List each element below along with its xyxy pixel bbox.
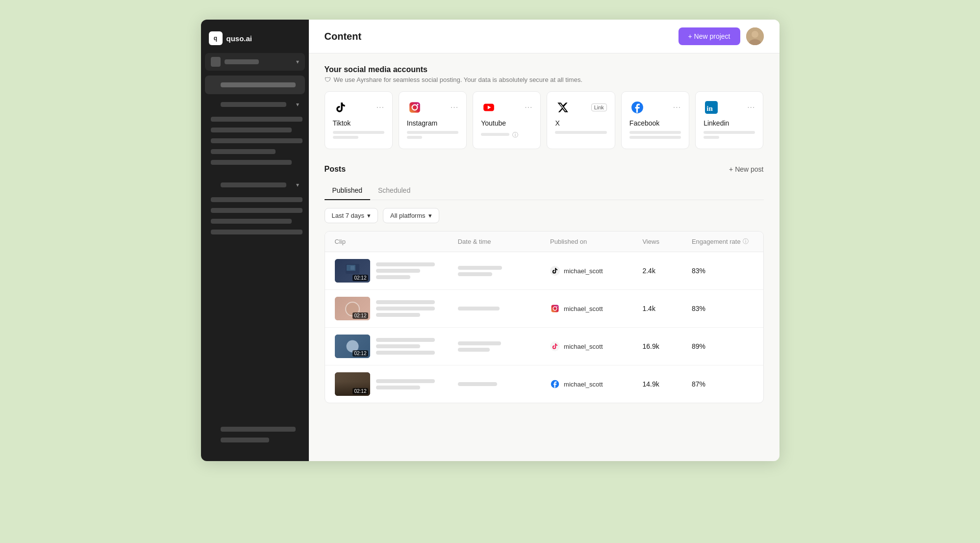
logo-text: quso.ai (226, 34, 252, 43)
username-4: michael_scott (564, 381, 603, 388)
clip-duration-2: 02:12 (352, 312, 368, 319)
tiktok-icon (333, 100, 349, 115)
social-accounts-grid: ··· Tiktok (325, 91, 764, 149)
svg-rect-3 (409, 102, 420, 113)
sidebar: q quso.ai ▾ ▾ ▾ (201, 20, 309, 461)
linkedin-icon: in (704, 100, 719, 115)
username-1: michael_scott (564, 267, 603, 275)
youtube-card-header: ··· (481, 100, 532, 115)
chevron-down-icon: ▾ (296, 58, 299, 65)
posts-section: Posts + New post Published Scheduled Las… (325, 165, 764, 403)
tiktok-bar-1 (333, 131, 384, 134)
tab-scheduled[interactable]: Scheduled (370, 181, 418, 200)
linkedin-name: Linkedin (704, 119, 755, 127)
sidebar-bottom (201, 416, 309, 453)
clip-cell-4: 02:12 (335, 372, 458, 396)
sidebar-section-2-header[interactable]: ▾ (201, 176, 309, 194)
sidebar-item-2 (211, 128, 292, 132)
col-header-views: Views (642, 237, 691, 246)
logo-icon: q (209, 31, 223, 45)
svg-point-16 (556, 306, 557, 307)
filter-date-chevron-icon: ▾ (367, 212, 371, 219)
facebook-icon (629, 100, 645, 115)
facebook-menu-icon[interactable]: ··· (673, 103, 681, 112)
social-card-youtube: ··· Youtube ⓘ (473, 91, 541, 149)
header-right: + New project (678, 27, 764, 45)
svg-rect-13 (351, 266, 354, 270)
col-header-datetime: Date & time (458, 237, 550, 246)
posts-tabs: Published Scheduled (325, 181, 764, 200)
filter-platforms-chevron-icon: ▾ (428, 212, 432, 219)
filter-platforms-label: All platforms (390, 212, 426, 219)
engagement-cell-2: 83% (692, 305, 754, 312)
social-card-instagram: ··· Instagram (399, 91, 467, 149)
clip-thumbnail-3: 02:12 (335, 335, 370, 358)
tiktok-menu-icon[interactable]: ··· (376, 103, 384, 112)
sidebar-chevron-2-icon: ▾ (296, 181, 299, 188)
page-title: Content (325, 31, 362, 42)
views-cell-4: 14.9k (642, 380, 691, 388)
posts-section-header: Posts + New post (325, 165, 764, 174)
filter-platforms[interactable]: All platforms ▾ (383, 208, 439, 223)
sidebar-section-2-label (221, 182, 286, 187)
content-area: Your social media accounts 🛡 We use Ayrs… (309, 53, 779, 415)
engagement-cell-4: 87% (692, 380, 754, 388)
tiktok-platform-icon-1 (550, 266, 560, 276)
published-on-cell-2: michael_scott (550, 304, 642, 313)
clip-text-2 (376, 300, 435, 317)
main-content: Content + New project Your social media … (309, 20, 779, 461)
sidebar-bottom-item-2 (221, 438, 269, 442)
sidebar-section-1-label (221, 102, 286, 107)
x-link-badge: Link (591, 103, 607, 111)
social-accounts-title: Your social media accounts (325, 65, 764, 74)
date-cell-1 (458, 266, 550, 276)
x-bar-1 (555, 131, 606, 134)
clip-cell-1: 02:12 (335, 259, 458, 283)
filter-date-range[interactable]: Last 7 days ▾ (325, 208, 378, 223)
published-on-cell-1: michael_scott (550, 266, 642, 276)
youtube-info-icon: ⓘ (512, 131, 518, 139)
social-card-facebook: ··· Facebook (621, 91, 689, 149)
instagram-name: Instagram (407, 119, 458, 127)
instagram-menu-icon[interactable]: ··· (451, 103, 458, 112)
social-card-tiktok: ··· Tiktok (325, 91, 393, 149)
clip-text-3 (376, 338, 435, 355)
social-card-x: Link X (547, 91, 615, 149)
table-header: Clip Date & time Published on Views Enga… (325, 232, 763, 252)
youtube-menu-icon[interactable]: ··· (525, 103, 532, 112)
filter-date-label: Last 7 days (332, 212, 365, 219)
avatar[interactable] (746, 27, 764, 45)
sidebar-section-1-header[interactable]: ▾ (201, 95, 309, 114)
instagram-bar-1 (407, 131, 458, 134)
views-cell-1: 2.4k (642, 267, 691, 275)
date-cell-2 (458, 307, 550, 310)
sidebar-item-3 (211, 138, 302, 143)
clip-text-4 (376, 379, 435, 389)
svg-rect-14 (552, 305, 559, 312)
clip-text-1 (376, 262, 435, 279)
workspace-left (211, 57, 259, 67)
youtube-icon (481, 100, 497, 115)
clip-duration-1: 02:12 (352, 275, 368, 281)
new-project-button[interactable]: + New project (678, 27, 740, 45)
table-row: 02:12 (325, 328, 763, 365)
tiktok-name: Tiktok (333, 119, 384, 127)
facebook-platform-icon-4 (550, 379, 560, 389)
svg-point-5 (417, 103, 418, 105)
sidebar-item-1 (211, 117, 302, 122)
workspace-selector[interactable]: ▾ (205, 53, 305, 71)
facebook-card-header: ··· (629, 100, 681, 115)
facebook-name: Facebook (629, 119, 681, 127)
workspace-icon (211, 57, 221, 67)
table-row: 02:12 (325, 365, 763, 403)
x-name: X (555, 119, 606, 127)
col-header-published-on: Published on (550, 237, 642, 246)
sidebar-bottom-item-1 (221, 427, 296, 432)
sidebar-item-7 (211, 208, 302, 213)
tab-published[interactable]: Published (325, 181, 371, 200)
linkedin-menu-icon[interactable]: ··· (747, 103, 755, 112)
new-post-button[interactable]: + New post (729, 165, 763, 173)
sidebar-logo: q quso.ai (201, 27, 309, 53)
instagram-platform-icon-2 (550, 304, 560, 313)
linkedin-card-header: in ··· (704, 100, 755, 115)
